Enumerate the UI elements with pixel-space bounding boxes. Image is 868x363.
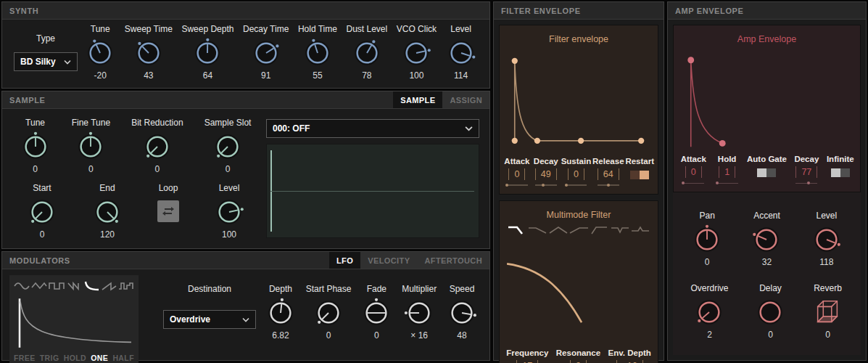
accent-knob-control[interactable] (751, 224, 782, 255)
sample-body: Tune0Fine Tune0Bit Reduction0Sample Slot… (2, 109, 489, 248)
amp-envelope-header: AMP ENVELOPE (668, 2, 866, 20)
fade-knob-control[interactable] (361, 298, 392, 328)
reverb-label: Reverb (814, 283, 842, 293)
accent-knob: Accent32 (751, 211, 782, 267)
attack-value-box[interactable]: 0 (685, 166, 702, 178)
sweep-depth-knob: Sweep Depth64 (181, 24, 233, 81)
hold-label: Hold (718, 155, 737, 163)
synth-type-dropdown[interactable]: BD Silky (14, 52, 78, 71)
filter-envelope-graph[interactable] (500, 44, 658, 154)
speed-knob-control[interactable] (447, 298, 477, 328)
reverb-knob-control[interactable] (812, 297, 843, 327)
start-knob: Start0 (27, 183, 57, 240)
multiplier-knob-control[interactable] (404, 298, 434, 328)
filter-type-highpass-steep-icon[interactable] (589, 224, 609, 236)
decay-time-knob-control[interactable] (251, 38, 281, 68)
tune-knob: Tune0 (20, 118, 51, 174)
sample-slot-dropdown[interactable]: 000: OFF (266, 119, 479, 138)
decay-mini-slider[interactable] (795, 182, 817, 184)
tune-knob-control[interactable] (20, 131, 51, 162)
start-knob-control[interactable] (27, 197, 57, 227)
filter-type-lowpass-steep-icon[interactable] (507, 224, 527, 236)
filter-type-lowpass-icon[interactable] (527, 224, 547, 236)
env-depth-value-box[interactable]: +16 (616, 360, 643, 363)
end-value: 120 (100, 229, 115, 240)
filter-response-graph[interactable] (500, 236, 658, 346)
release-mini-slider[interactable] (598, 184, 619, 187)
lfo-wave-ramp-icon[interactable] (101, 280, 117, 292)
bit-reduction-knob-control[interactable] (142, 131, 173, 162)
lfo-wave-exp-decay-icon[interactable] (83, 280, 99, 292)
lfo-decay-curve (14, 295, 134, 351)
attack-mini-slider[interactable] (506, 184, 528, 187)
lfo-wave-triangle-icon[interactable] (31, 280, 47, 292)
filter-type-highpass-icon[interactable] (569, 224, 589, 236)
destination-dropdown[interactable]: Overdrive (163, 310, 256, 329)
hold-value-box[interactable]: 1 (719, 166, 735, 178)
overdrive-knob-control[interactable] (694, 297, 724, 327)
lfo-mode-hold[interactable]: HOLD (64, 354, 86, 362)
lfo-wave-sine-icon[interactable] (14, 280, 30, 292)
sample-waveform-display[interactable] (266, 144, 479, 238)
amp-envelope-panel: AMP ENVELOPE Amp Envelope Attack0Hold1Au… (667, 1, 867, 361)
fine-tune-label: Fine Tune (72, 118, 110, 128)
delay-value: 0 (768, 330, 773, 340)
decay-mini-slider[interactable] (535, 184, 557, 187)
attack-value-box[interactable]: 0 (508, 168, 525, 180)
frequency-label: Frequency (506, 348, 548, 357)
restart-toggle[interactable] (630, 171, 649, 179)
fade-knob: Fade0 (361, 284, 392, 363)
infinite-toggle[interactable] (831, 168, 850, 177)
sample-slot-knob-control[interactable] (212, 131, 243, 162)
sustain-mini-slider[interactable] (565, 184, 587, 187)
hold-mini-slider[interactable] (716, 182, 738, 184)
decay-label: Decay (534, 157, 558, 166)
tab-assign[interactable]: ASSIGN (442, 91, 489, 108)
level-knob-control[interactable] (811, 224, 842, 255)
lfo-mode-free[interactable]: FREE (14, 354, 36, 362)
attack-mini-slider[interactable] (682, 182, 704, 184)
dust-level-knob-control[interactable] (352, 38, 382, 68)
start-phase-knob-control[interactable] (313, 298, 344, 328)
sweep-time-knob-control[interactable] (133, 38, 164, 68)
tune-knob-control[interactable] (85, 38, 115, 68)
tab-aftertouch[interactable]: AFTERTOUCH (417, 252, 489, 269)
depth-knob-control[interactable] (265, 298, 296, 328)
tab-velocity[interactable]: VELOCITY (360, 252, 417, 269)
filter-type-peak-icon[interactable] (630, 224, 650, 236)
level-knob-control[interactable] (446, 38, 476, 68)
fine-tune-knob-control[interactable] (75, 131, 106, 162)
tune-label: Tune (25, 118, 45, 128)
lfo-wave-random-icon[interactable] (118, 280, 134, 292)
filter-type-bandpass-icon[interactable] (548, 224, 569, 236)
resonance-value-box[interactable]: 8 (570, 360, 587, 363)
auto-gate-toggle[interactable] (757, 168, 776, 177)
vco-click-knob-control[interactable] (401, 38, 431, 68)
lfo-wave-square-icon[interactable] (49, 280, 65, 292)
release-value-box[interactable]: 64 (598, 168, 619, 180)
decay-value-box[interactable]: 77 (795, 166, 817, 178)
pan-knob-control[interactable] (692, 224, 722, 255)
multimode-filter-card: Multimode Filter Frequency17Resonance8En… (499, 200, 658, 363)
lfo-mode-half[interactable]: HALF (112, 354, 134, 362)
lfo-wave-saw-icon[interactable] (66, 280, 82, 292)
lfo-mode-trig[interactable]: TRIG (40, 354, 59, 362)
level-knob: Level118 (811, 211, 842, 267)
lfo-mode-one[interactable]: ONE (91, 354, 108, 362)
loop-toggle-button[interactable] (157, 200, 179, 222)
end-knob-control[interactable] (92, 197, 123, 227)
destination-value: Overdrive (170, 314, 210, 325)
level-knob-control[interactable] (214, 197, 244, 227)
sweep-depth-knob-control[interactable] (192, 38, 223, 68)
sustain-value-box[interactable]: 0 (568, 168, 584, 180)
filter-type-notch-icon[interactable] (610, 224, 630, 236)
hold-time-knob-control[interactable] (302, 38, 333, 68)
amp-envelope-graph[interactable] (674, 44, 860, 152)
loop-label: Loop (159, 183, 178, 193)
delay-knob-control[interactable] (755, 297, 785, 327)
tab-sample[interactable]: SAMPLE (393, 91, 442, 108)
decay-value-box[interactable]: 49 (535, 168, 557, 180)
loop-repeat-icon (162, 206, 175, 216)
tab-lfo[interactable]: LFO (329, 252, 360, 269)
frequency-value-box[interactable]: 17 (516, 360, 538, 363)
